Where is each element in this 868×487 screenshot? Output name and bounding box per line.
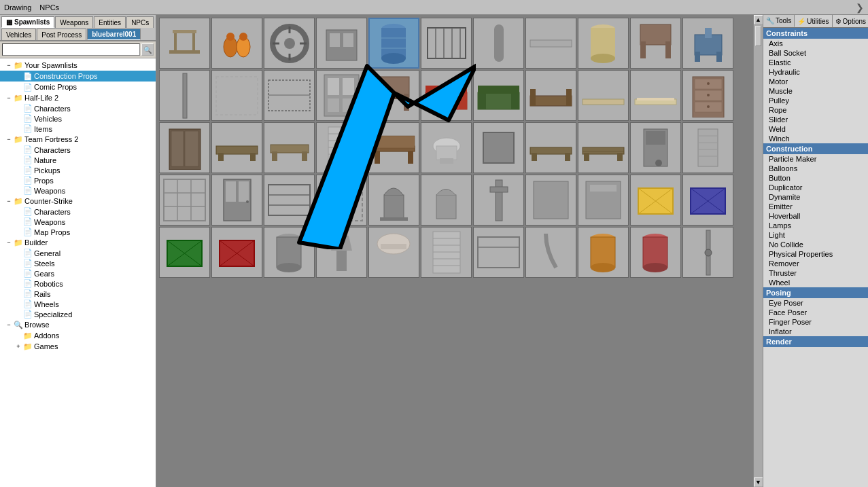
tree-item-builder-rails[interactable]: 📄 Rails <box>0 289 156 299</box>
grid-item-2[interactable] <box>211 18 262 69</box>
menu-npcs[interactable]: NPCs <box>39 3 59 12</box>
tree-item-builder-wheels[interactable]: 📄 Wheels <box>0 299 156 309</box>
tree-item-comic-props[interactable]: 📄 Comic Props <box>0 82 156 92</box>
tool-winch[interactable]: Winch <box>763 134 868 143</box>
scroll-up-button[interactable]: ▲ <box>754 15 763 24</box>
grid-item-42[interactable] <box>578 175 629 226</box>
tool-emitter[interactable]: Emitter <box>763 202 868 211</box>
grid-item-55[interactable] <box>682 227 733 278</box>
tool-lamps[interactable]: Lamps <box>763 221 868 230</box>
grid-item-50[interactable] <box>421 227 472 278</box>
grid-item-39[interactable] <box>421 175 472 226</box>
grid-item-43[interactable] <box>630 175 681 226</box>
tool-weld[interactable]: Weld <box>763 124 868 134</box>
tree-item-addons[interactable]: 📁 Addons <box>0 330 156 341</box>
tab-weapons[interactable]: Weapons <box>55 16 93 28</box>
grid-item-19[interactable] <box>525 70 576 121</box>
grid-item-4[interactable] <box>316 18 367 69</box>
tool-elastic[interactable]: Elastic <box>763 58 868 67</box>
grid-item-28[interactable] <box>421 122 472 173</box>
grid-item-9[interactable] <box>578 18 629 69</box>
grid-item-18[interactable] <box>473 70 524 121</box>
scroll-thumb[interactable] <box>755 26 761 46</box>
tree-item-tf2[interactable]: − 📁 Team Fortress 2 <box>0 134 156 145</box>
tree-item-builder-gears[interactable]: 📄 Gears <box>0 268 156 278</box>
grid-item-52[interactable] <box>525 227 576 278</box>
tree-item-tf2-characters[interactable]: 📄 Characters <box>0 145 156 155</box>
toggle-builder[interactable]: − <box>4 238 14 247</box>
grid-item-5[interactable] <box>368 18 419 69</box>
grid-item-26[interactable] <box>316 122 367 173</box>
grid-item-22[interactable] <box>682 70 733 121</box>
tool-pulley[interactable]: Pulley <box>763 96 868 105</box>
tree-item-tf2-pickups[interactable]: 📄 Pickups <box>0 165 156 175</box>
tree-item-builder-specialized[interactable]: 📄 Specialized <box>0 309 156 319</box>
toggle-games[interactable]: + <box>14 342 23 351</box>
right-tab-options[interactable]: ⚙ Options <box>833 15 868 27</box>
tool-no-collide[interactable]: No Collide <box>763 240 868 249</box>
grid-item-16[interactable] <box>368 70 419 121</box>
tab-spawnlists[interactable]: ▦ Spawnlists <box>1 16 54 28</box>
grid-item-31[interactable] <box>578 122 629 173</box>
grid-item-20[interactable] <box>578 70 629 121</box>
grid-item-30[interactable] <box>525 122 576 173</box>
tool-ball-socket[interactable]: Ball Socket <box>763 48 868 58</box>
grid-item-54[interactable] <box>630 227 681 278</box>
tool-wheel[interactable]: Wheel <box>763 278 868 287</box>
grid-item-45[interactable] <box>159 227 210 278</box>
tool-thruster[interactable]: Thruster <box>763 268 868 278</box>
toggle-browse[interactable]: − <box>4 320 14 329</box>
grid-item-7[interactable] <box>473 18 524 69</box>
tree-item-hl2-vehicles[interactable]: 📄 Vehicles <box>0 113 156 124</box>
tool-balloons[interactable]: Balloons <box>763 164 868 173</box>
item-grid[interactable] <box>156 15 753 487</box>
grid-item-17[interactable] <box>421 70 472 121</box>
tree-item-builder[interactable]: − 📁 Builder <box>0 237 156 248</box>
tool-slider[interactable]: Slider <box>763 115 868 124</box>
tool-hydraulic[interactable]: Hydraulic <box>763 67 868 77</box>
scroll-down-button[interactable]: ▼ <box>754 477 763 487</box>
tool-remover[interactable]: Remover <box>763 259 868 268</box>
tool-eye-poser[interactable]: Eye Poser <box>763 298 868 308</box>
right-tab-utilities[interactable]: ⚡ Utilities <box>795 15 832 27</box>
tree-item-browse[interactable]: − 🔍 Browse <box>0 319 156 330</box>
tool-finger-poser[interactable]: Finger Poser <box>763 317 868 327</box>
tool-muscle[interactable]: Muscle <box>763 86 868 96</box>
search-button[interactable]: 🔍 <box>141 43 154 56</box>
tree-item-cs-weapons[interactable]: 📄 Weapons <box>0 217 156 227</box>
grid-item-36[interactable] <box>264 175 315 226</box>
grid-item-25[interactable] <box>264 122 315 173</box>
tree-item-hl2-characters[interactable]: 📄 Characters <box>0 103 156 113</box>
tool-hoverball[interactable]: Hoverball <box>763 211 868 221</box>
grid-item-49[interactable] <box>368 227 419 278</box>
tree-item-tf2-weapons[interactable]: 📄 Weapons <box>0 185 156 196</box>
grid-item-48[interactable] <box>316 227 367 278</box>
grid-item-46[interactable] <box>211 227 262 278</box>
tool-motor[interactable]: Motor <box>763 77 868 86</box>
tree-item-tf2-props[interactable]: 📄 Props <box>0 175 156 185</box>
grid-item-6[interactable] <box>421 18 472 69</box>
grid-scrollbar[interactable]: ▲ ▼ <box>753 15 763 487</box>
toggle-tf2[interactable]: − <box>4 134 14 144</box>
tool-particle-maker[interactable]: Particle Maker <box>763 154 868 164</box>
tool-dynamite[interactable]: Dynamite <box>763 192 868 202</box>
grid-item-23[interactable] <box>159 122 210 173</box>
tab-postprocess[interactable]: Post Process <box>37 29 86 40</box>
grid-item-1[interactable] <box>159 18 210 69</box>
tree-item-builder-robotics[interactable]: 📄 Robotics <box>0 278 156 289</box>
search-input[interactable] <box>2 43 140 56</box>
grid-item-14[interactable] <box>264 70 315 121</box>
tree-item-cs-characters[interactable]: 📄 Characters <box>0 206 156 217</box>
tool-button[interactable]: Button <box>763 173 868 183</box>
grid-item-10[interactable] <box>630 18 681 69</box>
grid-item-27[interactable] <box>368 122 419 173</box>
tree-item-cs-map-props[interactable]: 📄 Map Props <box>0 227 156 237</box>
grid-item-37[interactable] <box>316 175 367 226</box>
tool-light[interactable]: Light <box>763 230 868 240</box>
grid-item-3[interactable] <box>264 18 315 69</box>
tab-vehicles[interactable]: Vehicles <box>1 29 36 40</box>
grid-item-53[interactable] <box>578 227 629 278</box>
tree-item-half-life-2[interactable]: − 📁 Half-Life 2 <box>0 92 156 103</box>
grid-item-41[interactable] <box>525 175 576 226</box>
grid-item-12[interactable] <box>159 70 210 121</box>
